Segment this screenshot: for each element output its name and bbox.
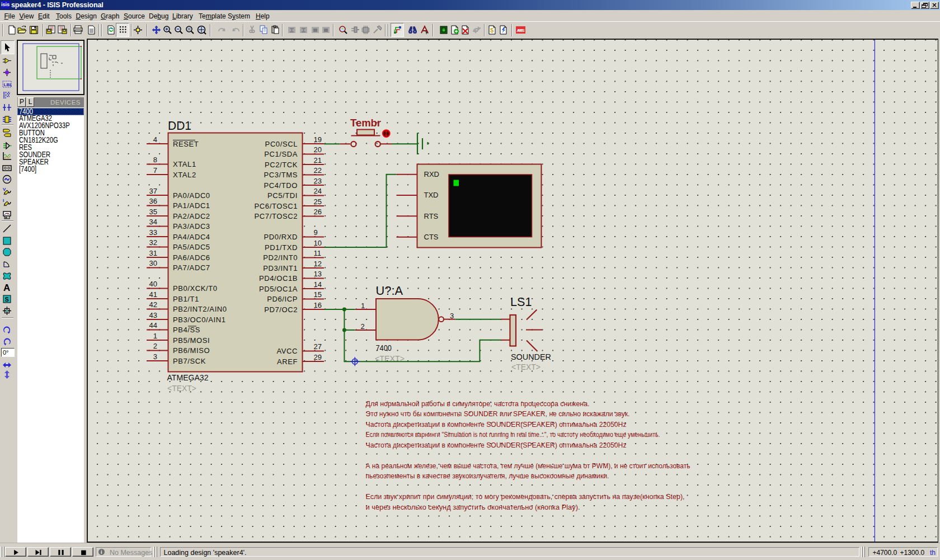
- svg-text:AVCC: AVCC: [276, 347, 298, 355]
- svg-text:1: 1: [361, 302, 365, 310]
- svg-text:25: 25: [314, 197, 322, 206]
- svg-text:24: 24: [314, 187, 322, 195]
- svg-text:пьезоэлементы в качестве звуко: пьезоэлементы в качестве звукоизлучателя…: [366, 472, 609, 480]
- svg-text:Частота дискретизации в компон: Частота дискретизации в компоненте SOUND…: [366, 441, 627, 449]
- svg-text:PB0/XCK/T0: PB0/XCK/T0: [173, 284, 218, 293]
- svg-text:<TEXT>: <TEXT>: [511, 363, 540, 371]
- svg-text:PD7/OC2: PD7/OC2: [264, 305, 298, 314]
- svg-text:PD5/OC1A: PD5/OC1A: [259, 285, 298, 293]
- svg-text:S: S: [5, 296, 9, 303]
- svg-text:3: 3: [153, 352, 157, 361]
- svg-text:RXD: RXD: [424, 170, 439, 178]
- svg-text:$: $: [490, 27, 494, 34]
- svg-text:RESET: RESET: [173, 140, 199, 148]
- svg-text:PB1/T1: PB1/T1: [173, 295, 199, 303]
- svg-text:19: 19: [314, 135, 322, 144]
- svg-text:35: 35: [149, 208, 157, 216]
- svg-text:XTAL1: XTAL1: [173, 160, 196, 168]
- svg-text:PD4/OC1B: PD4/OC1B: [259, 274, 298, 283]
- svg-text:PC3/TMS: PC3/TMS: [264, 171, 298, 179]
- svg-text:7: 7: [153, 166, 157, 175]
- svg-text:4: 4: [153, 135, 157, 144]
- svg-text:PC4/TDO: PC4/TDO: [264, 181, 298, 190]
- svg-text:A: A: [3, 283, 10, 292]
- svg-text:Если звук хрипит при симуляции: Если звук хрипит при симуляции; то могу …: [366, 492, 685, 501]
- svg-text:<TEXT>: <TEXT>: [167, 383, 196, 393]
- svg-text:XTAL2: XTAL2: [173, 171, 196, 179]
- svg-text:Частота дискретизации в компон: Частота дискретизации в компоненте SOUND…: [366, 420, 627, 429]
- svg-text:TXD: TXD: [424, 191, 439, 199]
- svg-text:Для нормальной работы в симуля: Для нормальной работы в симуляторе; част…: [366, 399, 590, 408]
- svg-text:29: 29: [314, 353, 322, 361]
- svg-text:PD0/RXD: PD0/RXD: [264, 233, 298, 241]
- svg-text:PC6/TOSC1: PC6/TOSC1: [255, 202, 298, 210]
- svg-text:16: 16: [314, 301, 322, 309]
- svg-text:PD2/INT0: PD2/INT0: [263, 253, 298, 262]
- svg-text:PA0/ADC0: PA0/ADC0: [173, 191, 210, 200]
- svg-text:PD6/ICP: PD6/ICP: [267, 295, 298, 303]
- svg-text:27: 27: [314, 342, 322, 351]
- svg-text:i: i: [101, 549, 102, 555]
- svg-text:PC7/TOSC2: PC7/TOSC2: [255, 212, 298, 220]
- svg-text:12: 12: [314, 260, 322, 268]
- svg-text:34: 34: [149, 218, 157, 226]
- svg-text:2: 2: [361, 322, 365, 331]
- svg-text:3: 3: [450, 312, 454, 320]
- svg-text:Если появляются варнинги "Simu: Если появляются варнинги "Simulation is …: [366, 430, 660, 439]
- svg-text:23: 23: [314, 177, 322, 185]
- svg-text:I: I: [3, 198, 4, 203]
- svg-text:21: 21: [314, 156, 322, 164]
- svg-text:37: 37: [149, 187, 157, 195]
- svg-text:42: 42: [149, 300, 157, 309]
- svg-text:PA7/ADC7: PA7/ADC7: [173, 263, 210, 272]
- svg-text:8: 8: [153, 156, 157, 164]
- svg-text:DD1: DD1: [168, 119, 191, 133]
- svg-text:PC0/SCL: PC0/SCL: [265, 140, 298, 148]
- svg-text:PA2/ADC2: PA2/ADC2: [173, 212, 210, 220]
- svg-text:PA4/ADC4: PA4/ADC4: [173, 233, 210, 241]
- svg-text:22: 22: [314, 166, 322, 175]
- svg-text:PD1/TXD: PD1/TXD: [265, 243, 298, 252]
- svg-text:PA3/ADC3: PA3/ADC3: [173, 222, 210, 230]
- svg-text:11: 11: [314, 249, 322, 257]
- svg-text:32: 32: [149, 238, 157, 247]
- svg-text:Это нужно что бы компоненты SO: Это нужно что бы компоненты SOUNDER или …: [366, 410, 630, 418]
- svg-text:PB4/SS: PB4/SS: [173, 326, 200, 334]
- svg-text:33: 33: [149, 228, 157, 237]
- svg-text:30: 30: [149, 259, 157, 267]
- svg-text:AREF: AREF: [277, 357, 298, 366]
- svg-text:PC2/TCK: PC2/TCK: [265, 161, 298, 169]
- svg-text:PB7/SCK: PB7/SCK: [173, 357, 206, 365]
- svg-text:10: 10: [314, 239, 322, 247]
- svg-text:RTS: RTS: [424, 212, 439, 220]
- svg-text:14: 14: [314, 280, 322, 289]
- svg-text:PA1/ADC1: PA1/ADC1: [173, 201, 210, 210]
- svg-text:А на реальном железе, чем выше: А на реальном железе, чем выше частота, …: [366, 462, 690, 470]
- svg-text:CTS: CTS: [424, 233, 439, 241]
- svg-text:PD3/INT1: PD3/INT1: [263, 264, 298, 272]
- svg-text:PB2/INT2/AIN0: PB2/INT2/AIN0: [173, 305, 227, 313]
- svg-text:PA6/ADC6: PA6/ADC6: [173, 253, 210, 262]
- svg-text:43: 43: [149, 311, 157, 319]
- svg-text:7400: 7400: [376, 343, 392, 352]
- svg-text:U?:A: U?:A: [376, 284, 403, 298]
- svg-text:ATMEGA32: ATMEGA32: [167, 373, 209, 382]
- svg-text:26: 26: [314, 208, 322, 216]
- svg-text:SOUNDER: SOUNDER: [511, 352, 551, 361]
- svg-text:13: 13: [314, 270, 322, 278]
- svg-text:PB5/MOSI: PB5/MOSI: [173, 336, 210, 345]
- svg-text:LS1: LS1: [510, 295, 532, 309]
- svg-text:2: 2: [153, 342, 157, 350]
- svg-text:PC1/SDA: PC1/SDA: [264, 150, 298, 158]
- svg-text:31: 31: [149, 249, 157, 257]
- svg-text:PA5/ADC5: PA5/ADC5: [173, 243, 210, 251]
- svg-text:1: 1: [153, 332, 157, 340]
- svg-text:40: 40: [149, 280, 157, 288]
- svg-text:9: 9: [314, 228, 318, 237]
- svg-text:ARES: ARES: [517, 28, 525, 33]
- svg-text:и через несколько секунд запус: и через несколько секунд запустить оконч…: [366, 503, 580, 511]
- svg-text:PC5/TDI: PC5/TDI: [267, 191, 298, 200]
- svg-text:41: 41: [149, 290, 157, 299]
- svg-text:36: 36: [149, 197, 157, 205]
- svg-text:PB3/OC0/AIN1: PB3/OC0/AIN1: [173, 316, 226, 324]
